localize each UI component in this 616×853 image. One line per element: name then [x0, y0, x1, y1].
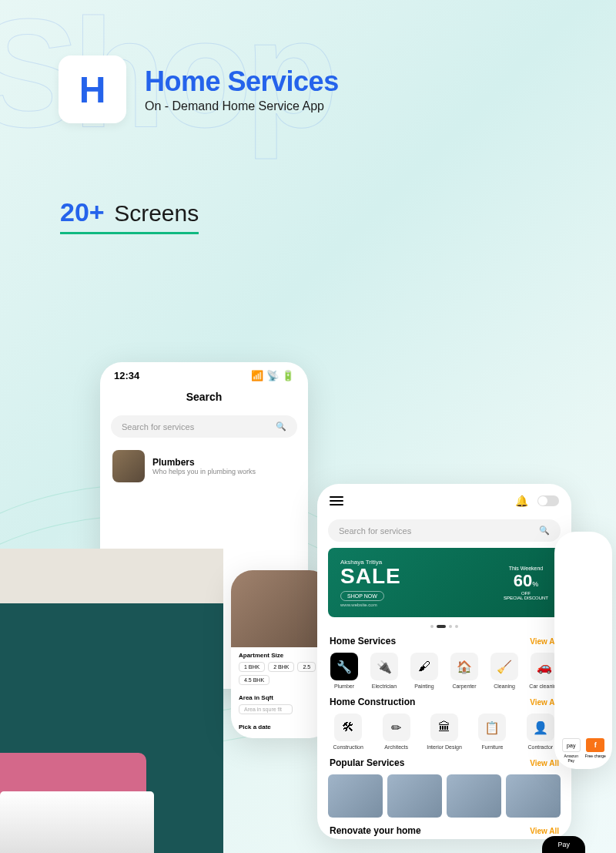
category-item[interactable]: 🖌Painting [405, 653, 444, 689]
section-header: Home Services View All [317, 631, 571, 650]
search-placeholder: Search for services [122, 422, 194, 432]
service-thumbnail [112, 450, 145, 482]
category-item[interactable]: 🧹Cleaning [485, 653, 524, 689]
chip-2bhk[interactable]: 2 BHK [268, 662, 294, 672]
category-item[interactable]: 📋Furniture [469, 714, 515, 750]
category-label: Cleaning [485, 683, 524, 689]
category-icon: 🧹 [490, 653, 518, 680]
popular-service-card[interactable] [447, 774, 501, 818]
popular-service-card[interactable] [387, 774, 442, 818]
payment-label: Amazon Pay [561, 754, 582, 763]
list-item[interactable]: Plumbers Who helps you in plumbing works [100, 444, 308, 489]
section-title: Pick a date [239, 724, 323, 730]
detail-hero-image [231, 570, 331, 647]
service-description: Who helps you in plumbing works [152, 468, 256, 475]
category-label: Architects [373, 744, 419, 750]
category-icon: 🔧 [330, 653, 358, 680]
logo-box: H [59, 55, 126, 123]
hero-header: H Home Services On - Demand Home Service… [59, 55, 339, 123]
category-row-construction: 🛠Construction✏Architects🏛Interior Design… [317, 710, 571, 753]
list-item-text: Plumbers Who helps you in plumbing works [152, 457, 256, 475]
category-icon: 📋 [478, 714, 506, 741]
screen-title: Search [100, 385, 308, 409]
promo-banner[interactable]: Akshaya Tritiya SALE SHOP NOW www.websit… [328, 548, 561, 617]
discount-percent: 60 [514, 571, 532, 590]
section-title: Home Construction [330, 697, 415, 707]
service-name: Plumbers [152, 457, 256, 468]
popular-service-card[interactable] [328, 774, 383, 818]
screens-label: Screens [114, 200, 199, 226]
banner-sale-text: SALE [340, 566, 401, 587]
banner-right: This Weekend 60% OFF SPECIAL DISCOUNT [504, 566, 548, 600]
banner-weekend: This Weekend [504, 566, 548, 571]
category-row-services: 🔧Plumber🔌Electrician🖌Painting🏠Carpenter🧹… [317, 650, 571, 692]
screens-number: 20+ [60, 197, 105, 227]
category-label: Painting [405, 683, 444, 689]
popular-services-row [317, 771, 571, 821]
room-interior-image [0, 549, 223, 853]
category-label: Plumber [325, 683, 363, 689]
category-icon: ✏ [383, 714, 410, 741]
app-subtitle: On - Demand Home Service App [145, 99, 339, 113]
banner-url: www.website.com [340, 603, 401, 607]
category-item[interactable]: 🔧Plumber [325, 653, 363, 689]
banner-left: Akshaya Tritiya SALE SHOP NOW www.websit… [340, 559, 401, 607]
category-label: Construction [325, 744, 371, 750]
date-section: Pick a date [231, 719, 331, 738]
mockup-home-screen: 🔔 Search for services 🔍 Akshaya Tritiya … [317, 484, 571, 839]
search-input[interactable]: Search for services 🔍 [111, 415, 297, 438]
section-title: Home Services [330, 636, 396, 646]
search-icon[interactable]: 🔍 [539, 526, 550, 536]
status-icons: 📶 📡 🔋 [251, 370, 294, 381]
category-item[interactable]: 🏛Interior Design [421, 714, 467, 750]
screens-counter: 20+ Screens [60, 197, 199, 234]
section-title: Apartment Size [239, 652, 323, 659]
search-icon[interactable]: 🔍 [276, 421, 286, 432]
category-icon: 🖌 [410, 653, 438, 680]
theme-toggle[interactable] [537, 495, 559, 506]
chip-25bhk[interactable]: 2.5 [297, 662, 316, 672]
section-title: Renovate your home [330, 825, 421, 836]
category-item[interactable]: 🔌Electrician [365, 653, 403, 689]
chip-45bhk[interactable]: 4.5 BHK [239, 675, 270, 685]
area-input[interactable]: Area in squre fit [239, 704, 293, 714]
notification-icon[interactable]: 🔔 [515, 495, 528, 507]
chip-1bhk[interactable]: 1 BHK [239, 662, 265, 672]
category-icon: 🛠 [334, 714, 362, 741]
payment-amazon-icon[interactable]: pay [562, 738, 581, 752]
category-label: Electrician [365, 683, 403, 689]
category-item[interactable]: 🏠Carpenter [445, 653, 484, 689]
apartment-size-section: Apartment Size 1 BHK 2 BHK 2.5 4.5 BHK [231, 647, 331, 690]
category-icon: 🏠 [450, 653, 478, 680]
category-icon: 🔌 [370, 653, 398, 680]
topbar-actions: 🔔 [515, 495, 559, 507]
home-topbar: 🔔 [317, 484, 571, 513]
banner-occasion: Akshaya Tritiya [340, 559, 401, 566]
category-item[interactable]: 🛠Construction [325, 714, 371, 750]
area-section: Area in Sqft Area in squre fit [231, 690, 331, 719]
carousel-dots[interactable] [317, 622, 571, 631]
pay-button[interactable]: Pay [542, 836, 585, 853]
payment-label: Free charge [585, 754, 607, 758]
category-item[interactable]: ✏Architects [373, 714, 419, 750]
search-input[interactable]: Search for services 🔍 [328, 519, 561, 542]
title-block: Home Services On - Demand Home Service A… [145, 65, 339, 113]
logo-letter: H [79, 69, 106, 111]
section-header: Popular Services View All [317, 753, 571, 771]
popular-service-card[interactable] [506, 774, 561, 818]
shop-now-button[interactable]: SHOP NOW [340, 591, 384, 601]
wifi-icon: 📡 [266, 370, 279, 381]
status-time: 12:34 [114, 370, 139, 381]
section-header: Home Construction View All [317, 692, 571, 710]
category-icon: 👤 [527, 714, 554, 741]
payment-freecharge-icon[interactable]: f [586, 738, 604, 752]
view-all-link[interactable]: View All [530, 827, 559, 835]
mockup-payment-fragment: pay Amazon Pay f Free charge [554, 532, 612, 769]
mockup-detail-screen: Apartment Size 1 BHK 2 BHK 2.5 4.5 BHK A… [231, 570, 331, 738]
banner-discount-label: SPECIAL DISCOUNT [504, 596, 548, 600]
view-all-link[interactable]: View All [530, 759, 559, 767]
category-icon: 🏛 [430, 714, 458, 741]
menu-icon[interactable] [330, 496, 343, 505]
size-chips: 1 BHK 2 BHK 2.5 [239, 662, 323, 672]
section-header: Renovate your home View All [317, 821, 571, 839]
